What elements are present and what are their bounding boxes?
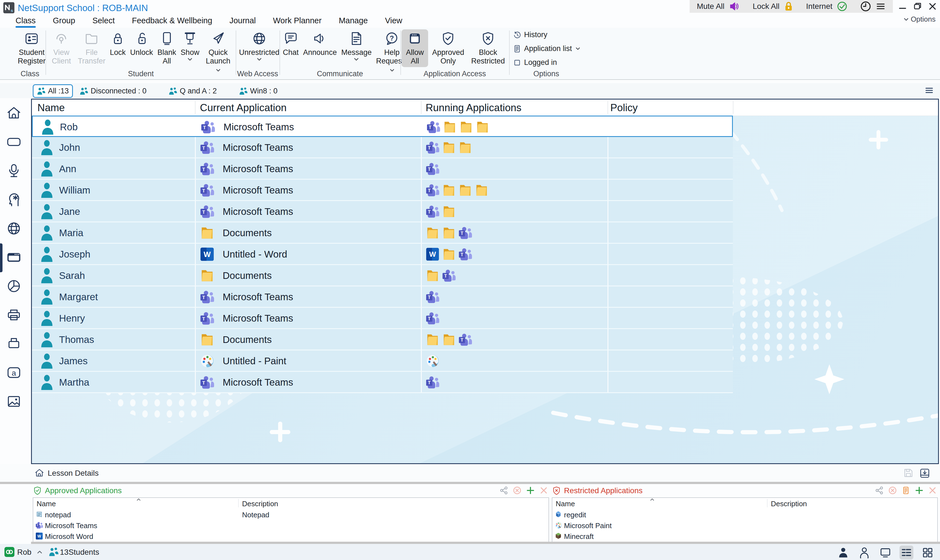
application-row-minecraft[interactable]: Minecraft: [552, 531, 937, 541]
student-row-john[interactable]: JohnTMicrosoft TeamsT: [32, 137, 733, 158]
student-register-button[interactable]: Student Register: [15, 29, 48, 67]
application-list-option[interactable]: Application list: [513, 45, 580, 53]
options-toggle[interactable]: Options: [903, 15, 935, 23]
sidebar-item-printer[interactable]: [6, 307, 22, 323]
sidebar-item-apps[interactable]: [6, 249, 22, 265]
sidebar-item-mic[interactable]: [6, 163, 22, 178]
person-filled-icon[interactable]: [836, 546, 850, 560]
message-button[interactable]: Message: [339, 29, 374, 63]
announce-button[interactable]: Announce: [301, 29, 339, 58]
student-row-martha[interactable]: MarthaTMicrosoft TeamsT: [32, 372, 733, 393]
close-icon[interactable]: [540, 486, 548, 495]
sidebar-item-home[interactable]: [6, 105, 22, 121]
monitor-icon[interactable]: [878, 546, 892, 560]
list-column-description[interactable]: Description: [771, 500, 807, 508]
speaker-icon[interactable]: [729, 2, 740, 11]
ribbon-tab-select[interactable]: Select: [92, 16, 115, 28]
list-menu-icon[interactable]: [925, 86, 934, 94]
ribbon-tab-feedback-wellbeing[interactable]: Feedback & Wellbeing: [132, 16, 212, 28]
student-row-joseph[interactable]: JosephWUntitled - WordWT: [32, 244, 733, 265]
grid-view-icon[interactable]: [921, 546, 934, 560]
share-icon[interactable]: [500, 486, 508, 495]
plus-icon[interactable]: [526, 486, 535, 495]
ribbon-tab-class[interactable]: Class: [15, 16, 36, 28]
running-applications: T: [426, 269, 456, 283]
import-icon[interactable]: [920, 468, 930, 478]
application-row-microsoft-paint[interactable]: Microsoft Paint: [552, 520, 937, 530]
sidebar-item-keyboard-a[interactable]: a: [6, 365, 22, 380]
student-row-ann[interactable]: AnnTMicrosoft TeamsT: [32, 158, 733, 180]
column-header-current-application[interactable]: Current Application: [200, 102, 287, 114]
menu-icon[interactable]: [876, 2, 886, 11]
column-header-running-applications[interactable]: Running Applications: [426, 102, 522, 114]
list-column-name[interactable]: Name: [37, 500, 56, 508]
person-outline-icon[interactable]: [857, 546, 871, 560]
block-restricted-button[interactable]: Block Restricted: [468, 29, 508, 67]
lock-button[interactable]: Lock: [108, 29, 128, 58]
sidebar-item-wellbeing[interactable]: [6, 192, 22, 208]
sidebar-item-device[interactable]: [6, 336, 22, 352]
unlock-button[interactable]: Unlock: [128, 29, 155, 58]
internet-status-icon[interactable]: [837, 1, 848, 12]
sidebar-item-globe[interactable]: [6, 221, 22, 236]
ribbon-tab-group[interactable]: Group: [53, 16, 75, 28]
filter-tab-win8-0[interactable]: Win8 : 0: [236, 85, 281, 97]
student-row-rob[interactable]: RobTMicrosoft TeamsT: [32, 115, 733, 137]
student-row-jane[interactable]: JaneTMicrosoft TeamsT: [32, 201, 733, 222]
ribbon-tab-journal[interactable]: Journal: [229, 16, 255, 28]
sidebar-item-image[interactable]: [6, 394, 22, 409]
student-row-sarah[interactable]: SarahDocumentsT: [32, 265, 733, 286]
allow-all-button[interactable]: Allow All: [402, 29, 428, 67]
column-header-policy[interactable]: Policy: [610, 102, 638, 114]
student-row-maria[interactable]: MariaDocumentsT: [32, 222, 733, 244]
plus-icon[interactable]: [915, 486, 923, 495]
filter-tab-disconnected-0[interactable]: Disconnected : 0: [76, 85, 150, 97]
list-view-icon[interactable]: [900, 546, 913, 560]
netsupport-school-window: s NetSupport School : ROB-MAIN Mute All …: [0, 0, 940, 560]
list-column-name[interactable]: Name: [556, 500, 575, 508]
student-row-thomas[interactable]: ThomasDocumentsT: [32, 329, 733, 351]
student-row-henry[interactable]: HenryTMicrosoft TeamsT: [32, 308, 733, 329]
person-icon: [40, 204, 54, 220]
restore-button[interactable]: [913, 2, 922, 11]
column-header-name[interactable]: Name: [37, 102, 65, 114]
mute-all-button[interactable]: Mute All: [697, 2, 725, 11]
list-column-description[interactable]: Description: [242, 500, 278, 508]
sidebar-item-pie[interactable]: [6, 278, 22, 294]
ribbon-tab-view[interactable]: View: [385, 16, 402, 28]
quick-launch-button[interactable]: Quick Launch: [202, 29, 235, 76]
application-row-notepad[interactable]: notepadNotepad: [33, 509, 548, 520]
status-user[interactable]: Rob: [17, 548, 31, 557]
application-row-regedit[interactable]: regedit: [552, 509, 937, 520]
filter-tab-all-13[interactable]: All :13: [33, 84, 73, 98]
ribbon-tab-manage[interactable]: Manage: [339, 16, 368, 28]
sidebar-item-screen[interactable]: [6, 134, 22, 150]
internet-label[interactable]: Internet: [806, 2, 832, 11]
clock-icon[interactable]: [860, 1, 871, 12]
application-row-microsoft-teams[interactable]: TMicrosoft Teams: [33, 520, 548, 530]
history-option[interactable]: History: [513, 31, 548, 39]
chevron-up-icon[interactable]: [37, 550, 43, 554]
circle-x-icon[interactable]: [888, 486, 897, 495]
unrestricted-button[interactable]: Unrestricted: [237, 29, 282, 63]
filter-tab-q-and-a-2[interactable]: Q and A : 2: [165, 85, 220, 97]
save-icon[interactable]: [903, 468, 913, 478]
lock-icon[interactable]: [784, 1, 793, 12]
student-row-margaret[interactable]: MargaretTMicrosoft TeamsT: [32, 286, 733, 308]
show-button[interactable]: Show: [178, 29, 202, 63]
close-button[interactable]: [928, 2, 937, 11]
chat-button[interactable]: Chat: [281, 29, 301, 58]
ribbon-tab-work-planner[interactable]: Work Planner: [273, 16, 322, 28]
student-row-james[interactable]: JamesUntitled - Paint: [32, 351, 733, 372]
student-row-william[interactable]: WilliamTMicrosoft TeamsT: [32, 180, 733, 201]
blank-all-button[interactable]: Blank All: [155, 29, 178, 67]
minimize-button[interactable]: [898, 2, 907, 11]
application-row-microsoft-word[interactable]: WMicrosoft Word: [33, 531, 548, 541]
share-icon[interactable]: [875, 486, 883, 495]
close-icon[interactable]: [928, 486, 937, 495]
approved-only-button[interactable]: Approved Only: [428, 29, 468, 67]
circle-x-icon[interactable]: [513, 486, 521, 495]
lock-all-button[interactable]: Lock All: [753, 2, 780, 11]
logged-in-option[interactable]: Logged in: [513, 58, 557, 67]
app-list-orange-icon[interactable]: [902, 486, 910, 495]
